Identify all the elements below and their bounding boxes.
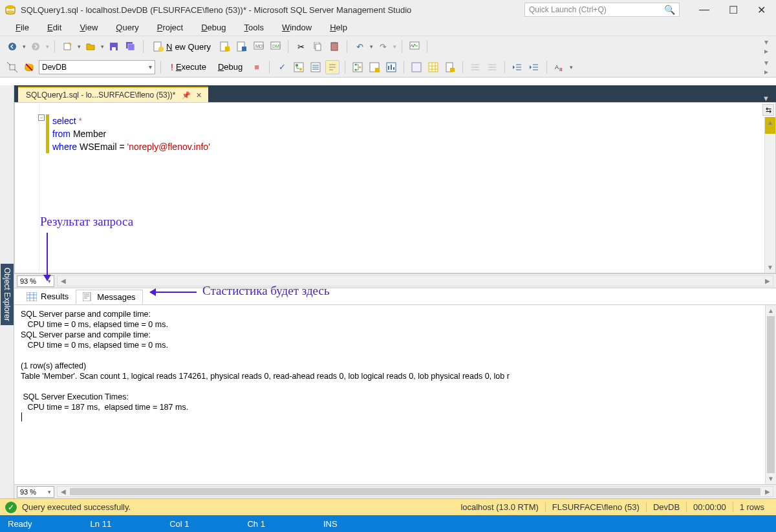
save-all-button[interactable] — [124, 39, 138, 54]
grid-icon — [27, 292, 37, 301]
uncomment-icon[interactable] — [485, 60, 499, 74]
cut-button[interactable]: ✂ — [294, 39, 308, 54]
menu-view[interactable]: View — [70, 23, 107, 32]
include-live-stats-icon[interactable] — [367, 60, 382, 74]
close-tab-icon[interactable]: × — [196, 90, 201, 100]
menu-file[interactable]: File — [6, 23, 38, 32]
save-button[interactable] — [107, 39, 121, 54]
svg-rect-45 — [83, 292, 91, 301]
svg-rect-8 — [128, 44, 135, 50]
status-ch: Ch 1 — [247, 519, 323, 529]
redo-button[interactable]: ↷ — [376, 39, 390, 54]
new-query-button[interactable]: New Query — [149, 39, 215, 54]
messages-zoom-combo[interactable]: 93 %▾ — [17, 486, 54, 498]
new-item-button[interactable] — [60, 39, 74, 54]
document-tab-active[interactable]: SQLQuery1.sql - lo...SURFACE\fleno (53))… — [18, 87, 208, 102]
svg-point-10 — [158, 47, 164, 52]
status-ready: Ready — [8, 519, 91, 529]
debug-button[interactable]: Debug — [213, 60, 247, 74]
nav-forward-dropdown[interactable]: ▾ — [46, 43, 49, 50]
svg-rect-6 — [112, 47, 116, 50]
pin-icon[interactable]: 📌 — [182, 91, 191, 100]
menu-edit[interactable]: Edit — [38, 23, 70, 32]
results-to-file-icon[interactable] — [443, 60, 457, 74]
close-button[interactable]: ✕ — [757, 4, 766, 16]
execute-icon: ! — [171, 62, 173, 72]
messages-icon — [83, 292, 93, 301]
menu-window[interactable]: Window — [273, 23, 321, 32]
comment-icon[interactable] — [468, 60, 482, 74]
text-caret — [21, 412, 22, 421]
svg-rect-36 — [375, 68, 380, 72]
minimize-button[interactable]: — — [699, 4, 709, 16]
disconnect-icon[interactable] — [22, 60, 36, 74]
specify-values-icon[interactable]: AB — [552, 60, 566, 74]
toolbar-overflow[interactable]: ▾▸ — [762, 37, 771, 56]
include-plan-icon[interactable] — [350, 60, 365, 74]
database-combo[interactable]: DevDB ▾ — [39, 60, 155, 74]
change-connection-icon[interactable] — [5, 60, 19, 74]
status-db: DevDB — [646, 502, 686, 512]
parse-icon[interactable]: ✓ — [275, 60, 289, 74]
toolbar-overflow-2[interactable]: ▾▸ — [762, 58, 771, 76]
editor-hscrollbar[interactable]: ◀▶ — [57, 275, 773, 286]
query-options-icon[interactable] — [308, 60, 323, 74]
nav-forward-button[interactable] — [28, 39, 43, 54]
analysis-query-icon[interactable] — [235, 39, 249, 54]
nav-back-dropdown[interactable]: ▾ — [23, 43, 26, 50]
query-status-bar: ✓ Query executed successfully. localhost… — [0, 498, 776, 515]
quick-launch-input[interactable]: Quick Launch (Ctrl+Q) 🔍 — [524, 3, 680, 17]
menu-help[interactable]: Help — [321, 23, 356, 32]
debug-label: Debug — [218, 62, 242, 72]
estimated-plan-icon[interactable] — [292, 60, 306, 74]
decrease-indent-icon[interactable] — [510, 60, 524, 74]
messages-output[interactable]: SQL Server parse and compile time: CPU t… — [14, 305, 776, 484]
mdx-query-icon[interactable]: MDX — [252, 39, 266, 54]
svg-text:DMX: DMX — [272, 44, 281, 48]
svg-point-2 — [8, 43, 16, 50]
sql-editor[interactable]: ⇆ ▲ ▼ − select * from Member where WSEma… — [14, 102, 776, 273]
result-tab-strip: Results Messages — [14, 288, 776, 305]
results-tab[interactable]: Results — [19, 289, 76, 304]
cancel-query-icon[interactable]: ■ — [250, 60, 264, 74]
svg-point-0 — [6, 5, 15, 9]
menu-project[interactable]: Project — [148, 23, 192, 32]
ide-status-bar: Ready Ln 11 Col 1 Ch 1 INS — [0, 515, 776, 532]
intellisense-icon[interactable] — [325, 60, 339, 74]
status-time: 00:00:00 — [686, 502, 733, 512]
svg-text:B: B — [559, 67, 563, 72]
open-button[interactable] — [83, 39, 98, 54]
svg-rect-14 — [242, 47, 246, 51]
quick-launch-placeholder: Quick Launch (Ctrl+Q) — [529, 5, 607, 14]
include-client-stats-icon[interactable] — [384, 60, 398, 74]
db-engine-query-icon[interactable] — [218, 39, 232, 54]
results-panel: Results Messages SQL Server parse and co… — [14, 288, 776, 498]
svg-rect-38 — [412, 63, 421, 72]
svg-rect-41 — [450, 68, 455, 72]
maximize-button[interactable]: ☐ — [729, 4, 738, 16]
svg-rect-12 — [225, 47, 230, 51]
menu-query[interactable]: Query — [107, 23, 147, 32]
undo-button[interactable]: ↶ — [352, 39, 367, 54]
svg-rect-24 — [10, 65, 15, 70]
results-to-text-icon[interactable] — [409, 60, 424, 74]
increase-indent-icon[interactable] — [527, 60, 541, 74]
activity-monitor-icon[interactable] — [407, 39, 422, 54]
results-to-grid-icon[interactable] — [426, 60, 440, 74]
editor-content[interactable]: select * from Member where WSEmail = 'no… — [39, 103, 775, 273]
menu-tools[interactable]: Tools — [235, 23, 273, 32]
execute-button[interactable]: ! Execute — [166, 60, 211, 74]
paste-button[interactable] — [327, 39, 341, 54]
toolbar-standard: ▾ ▾ ▾ ▾ New Query MDX DMX ✂ ↶ ▾ ↷ ▾ ▾▸ — [0, 36, 776, 57]
dmx-query-icon[interactable]: DMX — [268, 39, 283, 54]
object-explorer-tab[interactable]: Object Explorer — [0, 85, 14, 498]
messages-hscrollbar[interactable]: ◀▶ — [57, 486, 773, 497]
tab-overflow-dropdown[interactable]: ▼ — [756, 94, 776, 102]
messages-tab[interactable]: Messages — [76, 290, 142, 304]
menu-debug[interactable]: Debug — [192, 23, 235, 32]
messages-vscrollbar[interactable]: ▲ ▼ — [765, 305, 776, 484]
copy-button[interactable] — [310, 39, 325, 54]
nav-back-button[interactable] — [5, 39, 19, 54]
toolbar-sql-editor: DevDB ▾ ! Execute Debug ■ ✓ AB ▾ ▾▸ — [0, 57, 776, 78]
svg-rect-20 — [316, 44, 321, 50]
